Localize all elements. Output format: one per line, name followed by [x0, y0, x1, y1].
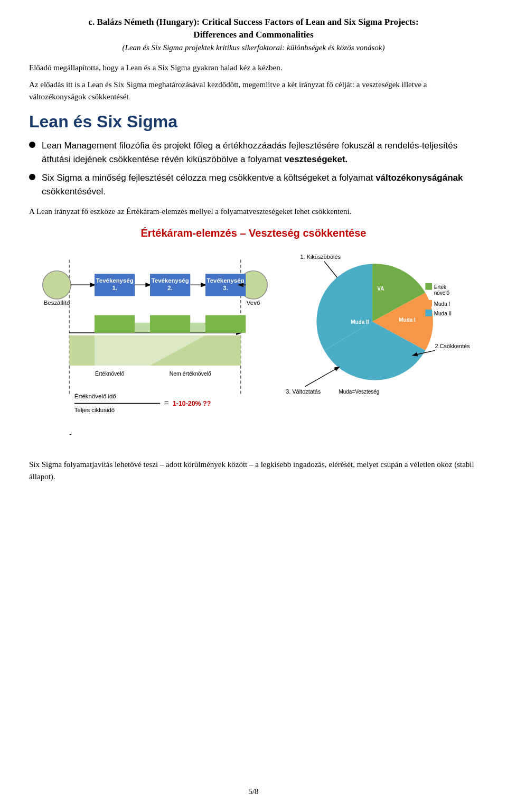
intro-line1: Előadó megállapította, hogy a Lean és a …	[29, 62, 478, 74]
svg-rect-25	[425, 283, 432, 290]
footer-text: Six Sigma folyamatjavítás lehetővé teszi…	[29, 459, 478, 482]
diagram-left: Beszállító Vevő Tevékenység 1. Tevékenys…	[29, 245, 276, 449]
bullet-dot-2	[29, 174, 35, 180]
title-sub-text: Differences and Commonalities	[193, 30, 313, 40]
svg-line-29	[305, 367, 339, 386]
svg-rect-18	[150, 315, 190, 332]
svg-rect-27	[425, 310, 432, 316]
bullet-dot-1	[29, 142, 35, 148]
svg-rect-16	[95, 315, 135, 332]
section-heading: Lean és Six Sigma	[29, 112, 478, 132]
bullet-2-text: Six Sigma a minőség fejlesztését célozza…	[42, 171, 478, 198]
right-diagram-svg: 1. Kiküszöbölés Muda II VA Muda I	[276, 245, 478, 427]
va-label: VA	[377, 285, 384, 291]
bullet-item-1: Lean Management filozófia és projekt fől…	[29, 139, 478, 166]
legend-muda1: Muda I	[434, 301, 450, 306]
diagram-area: Beszállító Vevő Tevékenység 1. Tevékenys…	[29, 245, 478, 449]
svg-text:Tevékenység: Tevékenység	[152, 277, 189, 283]
bullet-1-bold: veszteségeket.	[284, 154, 348, 164]
page-number: 5/8	[29, 787, 478, 796]
diagram-right: 1. Kiküszöbölés Muda II VA Muda I	[276, 245, 478, 430]
bullet-2-bold: változékonyságának	[375, 173, 463, 183]
svg-text:Tevékenység: Tevékenység	[207, 277, 245, 283]
bullet-1-text: Lean Management filozófia és projekt fől…	[42, 139, 478, 166]
supplier-circle	[43, 270, 71, 298]
formula-num-label: Értéknövelő idő	[74, 393, 116, 399]
label-kikuszoboles: 1. Kiküszöbölés	[300, 254, 341, 260]
beszallito-label: Beszállító	[44, 300, 70, 306]
percent-label: 1-10-20% ??	[173, 400, 211, 407]
svg-text:Tevékenység: Tevékenység	[96, 277, 134, 283]
bullet-list: Lean Management filozófia és projekt fől…	[29, 139, 478, 198]
equals-label: =	[164, 398, 169, 407]
bullet-item-2: Six Sigma a minőség fejlesztését célozza…	[29, 171, 478, 198]
legend-erteknovelo2: növelő	[434, 290, 449, 295]
bullet-2-after: csökkentésével.	[42, 186, 106, 197]
svg-rect-19	[190, 322, 205, 332]
erteknovelo-label: Értéknövelő	[95, 370, 125, 377]
title-main-text: c. Balázs Németh (Hungary): Critical Suc…	[88, 17, 418, 27]
diagram-section: Értékáram-elemzés – Veszteség csökkentés…	[29, 227, 478, 449]
bullet-2-normal: Six Sigma a minőség fejlesztését célozza…	[42, 173, 375, 183]
svg-text:3.: 3.	[223, 284, 228, 291]
svg-text:1.: 1.	[112, 284, 117, 291]
svg-rect-26	[425, 300, 432, 306]
muda2-label: Muda II	[351, 319, 369, 325]
title-block: c. Balázs Németh (Hungary): Critical Suc…	[29, 16, 478, 52]
formula-den-label: Teljes ciklusidő	[74, 406, 115, 413]
page: c. Balázs Németh (Hungary): Critical Suc…	[0, 0, 507, 812]
muda-note: Muda=Veszteség	[339, 389, 379, 395]
title-subtitle2: (Lean és Six Sigma projektek kritikus si…	[29, 43, 478, 52]
nem-erteknovelo-label: Nem értéknövelő	[170, 371, 211, 377]
diagram-title-text: Értékáram-elemzés – Veszteség csökkentés…	[141, 227, 367, 239]
diagram-title: Értékáram-elemzés – Veszteség csökkentés…	[29, 227, 478, 239]
vevo-label: Vevő	[247, 300, 260, 306]
legend-muda2: Muda II	[434, 310, 451, 316]
left-diagram-svg: Beszállító Vevő Tevékenység 1. Tevékenys…	[29, 245, 276, 446]
label-valtoztatas: 3. Változtatás	[286, 388, 321, 395]
svg-rect-17	[135, 322, 150, 332]
bullet-1-normal: Lean Management filozófia és projekt fől…	[42, 141, 457, 164]
legend-erteknovelo: Érték	[434, 283, 446, 290]
label-csokkentes: 2.Csökkentés	[435, 342, 470, 349]
after-bullets-text: A Lean irányzat fő eszköze az Értékáram-…	[29, 206, 478, 218]
title-main: c. Balázs Németh (Hungary): Critical Suc…	[29, 16, 478, 41]
intro-line2: Az előadás itt is a Lean és Six Sigma me…	[29, 79, 478, 102]
muda1-label: Muda I	[399, 316, 416, 322]
svg-rect-20	[205, 315, 246, 332]
minus-sign: -	[69, 430, 71, 437]
svg-text:2.: 2.	[167, 284, 173, 291]
